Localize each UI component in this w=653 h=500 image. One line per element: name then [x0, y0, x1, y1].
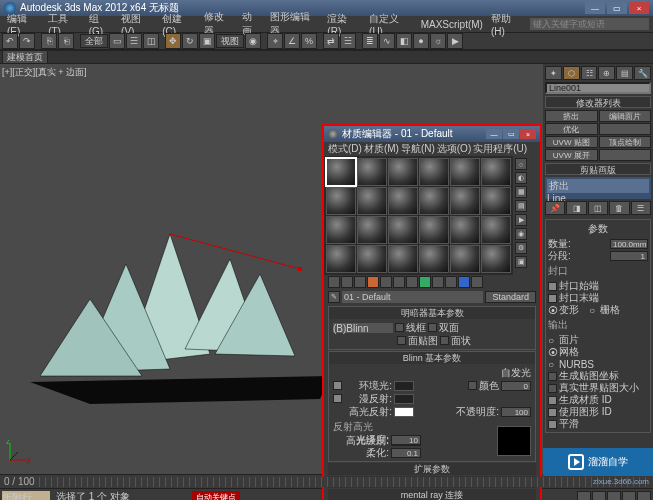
material-slot[interactable]	[481, 158, 511, 186]
display-tab[interactable]: ▤	[616, 66, 633, 80]
next-frame-button[interactable]	[622, 491, 636, 500]
put-to-library-button[interactable]	[406, 276, 418, 288]
hierarchy-tab[interactable]: ☷	[581, 66, 598, 80]
material-slot[interactable]	[419, 158, 449, 186]
background-button[interactable]: ▦	[515, 186, 527, 198]
segments-spinner[interactable]: 1	[610, 251, 648, 261]
move-button[interactable]: ✥	[165, 33, 181, 49]
viewport-mesh[interactable]	[30, 204, 330, 414]
align-button[interactable]: ☱	[340, 33, 356, 49]
put-to-scene-button[interactable]	[341, 276, 353, 288]
ribbon-tab[interactable]: 建模首页	[2, 50, 48, 64]
material-slot[interactable]	[388, 245, 418, 273]
smooth-checkbox[interactable]	[548, 420, 557, 429]
modify-tab[interactable]: ⬡	[563, 66, 580, 80]
material-slot[interactable]	[388, 158, 418, 186]
wire-checkbox[interactable]	[395, 323, 404, 332]
motion-tab[interactable]: ⊕	[598, 66, 615, 80]
make-unique-button[interactable]: ◫	[588, 201, 608, 215]
two-sided-checkbox[interactable]	[428, 323, 437, 332]
menu-maxscript[interactable]: MAXScript(M)	[418, 19, 486, 30]
material-name-field[interactable]: 01 - Default	[342, 291, 483, 303]
pick-material-button[interactable]: ✎	[328, 291, 340, 303]
mod-btn-editpatch[interactable]: 编辑面片	[599, 110, 652, 122]
ref-coord-dropdown[interactable]: 视图	[216, 34, 244, 48]
ambient-swatch[interactable]	[394, 381, 414, 391]
material-slot[interactable]	[326, 216, 356, 244]
glossiness-spinner[interactable]: 10	[391, 435, 421, 445]
select-button[interactable]: ▭	[109, 33, 125, 49]
extended-rollout-header[interactable]: 扩展参数	[328, 463, 536, 475]
matid-channel-button[interactable]	[419, 276, 431, 288]
reset-map-button[interactable]	[367, 276, 379, 288]
material-slot[interactable]	[450, 216, 480, 244]
go-parent-button[interactable]	[458, 276, 470, 288]
specular-swatch[interactable]	[394, 407, 414, 417]
material-slot[interactable]	[481, 245, 511, 273]
morph-radio-label[interactable]: 变形	[559, 303, 579, 317]
make-unique-button[interactable]	[393, 276, 405, 288]
shader-basic-header[interactable]: 明暗器基本参数	[329, 307, 535, 319]
mod-btn-optimize[interactable]: 优化	[545, 123, 598, 135]
layers-button[interactable]: ≣	[362, 33, 378, 49]
rotate-button[interactable]: ↻	[182, 33, 198, 49]
material-slot[interactable]	[481, 216, 511, 244]
material-slot[interactable]	[450, 187, 480, 215]
soften-spinner[interactable]: 0.1	[391, 448, 421, 458]
material-slot[interactable]	[450, 158, 480, 186]
render-button[interactable]: ▶	[447, 33, 463, 49]
me-menu-navigation[interactable]: 导航(N)	[401, 142, 435, 156]
mod-btn-extrude[interactable]: 挤出	[545, 110, 598, 122]
configure-sets-button[interactable]: ☰	[631, 201, 651, 215]
material-slot[interactable]	[481, 187, 511, 215]
material-type-button[interactable]: Standard	[485, 291, 536, 303]
goto-end-button[interactable]	[637, 491, 651, 500]
curve-editor-button[interactable]: ∿	[379, 33, 395, 49]
mentalray-rollout-header[interactable]: mental ray 连接	[328, 489, 536, 500]
selection-filter-dropdown[interactable]: 全部	[80, 34, 108, 48]
me-menu-material[interactable]: 材质(M)	[364, 142, 399, 156]
opacity-spinner[interactable]: 100	[501, 407, 531, 417]
remove-mod-button[interactable]: 🗑	[609, 201, 629, 215]
gen-map-coords-checkbox[interactable]	[548, 372, 557, 381]
select-region-button[interactable]: ◫	[143, 33, 159, 49]
schematic-button[interactable]: ◧	[396, 33, 412, 49]
diffuse-swatch[interactable]	[394, 394, 414, 404]
link-button[interactable]: ⎘	[41, 33, 57, 49]
scale-button[interactable]: ▣	[199, 33, 215, 49]
get-material-button[interactable]	[328, 276, 340, 288]
sample-type-button[interactable]: ○	[515, 158, 527, 170]
me-menu-modes[interactable]: 模式(D)	[328, 142, 362, 156]
minimize-button[interactable]: —	[585, 2, 605, 14]
timeline[interactable]: 0 / 100	[0, 474, 653, 488]
face-map-checkbox[interactable]	[397, 336, 406, 345]
play-button[interactable]	[607, 491, 621, 500]
maximize-button[interactable]: ▭	[607, 2, 627, 14]
me-maximize-button[interactable]: ▭	[503, 129, 519, 139]
nurbs-radio-label[interactable]: NURBS	[559, 359, 594, 370]
mod-btn-8[interactable]	[599, 149, 652, 161]
menu-help[interactable]: 帮助(H)	[488, 12, 528, 37]
use-matids-checkbox[interactable]	[548, 408, 557, 417]
me-menu-utilities[interactable]: 实用程序(U)	[473, 142, 527, 156]
gen-matids-checkbox[interactable]	[548, 396, 557, 405]
material-slot[interactable]	[357, 187, 387, 215]
video-check-button[interactable]: ▶	[515, 214, 527, 226]
faceted-checkbox[interactable]	[440, 336, 449, 345]
me-minimize-button[interactable]: —	[486, 129, 502, 139]
realworld-checkbox[interactable]	[548, 384, 557, 393]
create-tab[interactable]: ✦	[545, 66, 562, 80]
material-slot[interactable]	[419, 245, 449, 273]
angle-snap-button[interactable]: ∠	[284, 33, 300, 49]
material-slot[interactable]	[357, 216, 387, 244]
modifier-list-dropdown[interactable]: 修改器列表	[545, 96, 651, 108]
mesh-radio-label[interactable]: 网格	[559, 345, 579, 359]
diffuse-lock-checkbox[interactable]	[333, 394, 342, 403]
goto-start-button[interactable]	[577, 491, 591, 500]
ambient-lock-checkbox[interactable]	[333, 381, 342, 390]
mod-btn-uvwmap[interactable]: UVW 贴图	[545, 136, 598, 148]
mod-btn-uvwunwrap[interactable]: UVW 展开	[545, 149, 598, 161]
viewport-label[interactable]: [+][正交][真实 + 边面]	[2, 66, 87, 79]
prev-frame-button[interactable]	[592, 491, 606, 500]
me-close-button[interactable]: ×	[520, 129, 536, 139]
